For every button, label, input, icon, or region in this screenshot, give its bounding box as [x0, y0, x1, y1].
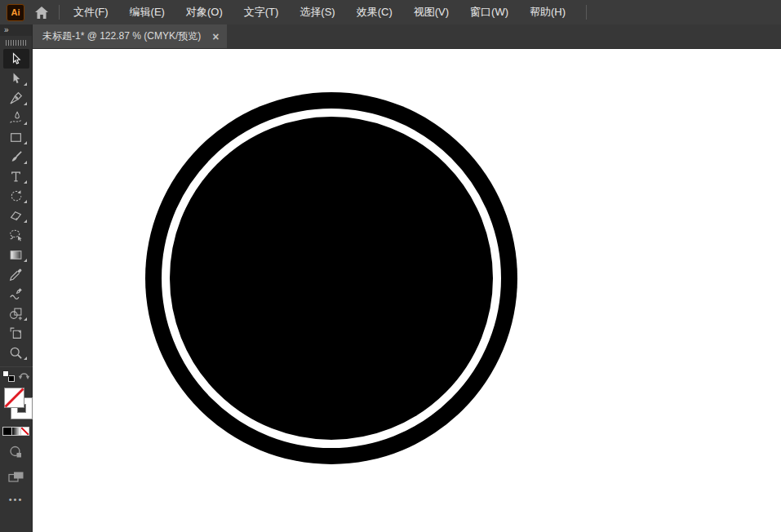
none-button[interactable]: [20, 427, 29, 436]
tools-panel: »: [0, 24, 33, 532]
menu-separator: [586, 5, 587, 20]
artboard-tool[interactable]: [3, 323, 29, 343]
rotate-tool[interactable]: [3, 186, 29, 206]
shape-builder-tool[interactable]: [3, 304, 29, 323]
drawing-modes-button[interactable]: [4, 444, 29, 460]
menu-window[interactable]: 窗口(W): [459, 0, 519, 24]
tool-list: [3, 49, 29, 362]
menu-select[interactable]: 选择(S): [289, 0, 345, 24]
menu-help[interactable]: 帮助(H): [519, 0, 576, 24]
document-tab[interactable]: 未标题-1* @ 122.87 % (CMYK/预览) ×: [33, 24, 227, 48]
menu-separator: [59, 5, 60, 20]
main-menu: 文件(F) 编辑(E) 对象(O) 文字(T) 选择(S) 效果(C) 视图(V…: [63, 0, 576, 24]
document-tab-bar: 未标题-1* @ 122.87 % (CMYK/预览) ×: [33, 24, 781, 49]
paintbrush-tool[interactable]: [3, 147, 29, 166]
lasso-tool[interactable]: [3, 225, 29, 245]
artwork-anchor-dot: [446, 135, 450, 140]
eraser-tool[interactable]: [3, 206, 29, 225]
default-fill-stroke-button[interactable]: [2, 370, 15, 382]
direct-selection-tool[interactable]: [3, 69, 29, 88]
main-area: 未标题-1* @ 122.87 % (CMYK/预览) ×: [33, 24, 781, 532]
panel-grip[interactable]: [6, 40, 27, 46]
toolbar-divider: [0, 366, 33, 367]
rectangle-tool[interactable]: [3, 127, 29, 147]
menu-file[interactable]: 文件(F): [63, 0, 119, 24]
menu-type[interactable]: 文字(T): [233, 0, 290, 24]
app-logo-icon[interactable]: Ai: [7, 4, 24, 21]
zoom-tool[interactable]: [3, 343, 29, 362]
pen-tool[interactable]: [3, 88, 29, 108]
edit-toolbar-icon[interactable]: •••: [9, 494, 24, 504]
close-icon[interactable]: ×: [212, 30, 219, 43]
artwork[interactable]: [33, 49, 780, 532]
shaper-tool[interactable]: [3, 284, 29, 304]
canvas[interactable]: [33, 49, 781, 532]
menu-object[interactable]: 对象(O): [175, 0, 233, 24]
curvature-tool[interactable]: [3, 108, 29, 127]
screen-mode-button[interactable]: [4, 468, 29, 485]
fill-swatch[interactable]: [4, 388, 24, 411]
gradient-button[interactable]: [11, 427, 20, 436]
illustrator-window: Ai 文件(F) 编辑(E) 对象(O) 文字(T) 选择(S) 效果(C) 视…: [0, 0, 781, 532]
color-button[interactable]: [2, 427, 11, 436]
menu-edit[interactable]: 编辑(E): [119, 0, 175, 24]
selection-tool[interactable]: [3, 49, 29, 69]
document-tab-title: 未标题-1* @ 122.87 % (CMYK/预览): [42, 29, 201, 43]
expand-panel-icon[interactable]: »: [0, 24, 32, 36]
home-icon[interactable]: [34, 6, 49, 20]
fill-stroke-indicator: [1, 388, 32, 420]
type-tool[interactable]: [3, 166, 29, 186]
eyedropper-tool[interactable]: [3, 264, 29, 284]
swap-fill-stroke-button[interactable]: [18, 369, 30, 383]
menu-bar: Ai 文件(F) 编辑(E) 对象(O) 文字(T) 选择(S) 效果(C) 视…: [0, 0, 781, 24]
menu-effect[interactable]: 效果(C): [346, 0, 403, 24]
artwork-outer-disc[interactable]: [145, 92, 517, 464]
color-type-buttons: [2, 427, 29, 436]
menu-view[interactable]: 视图(V): [403, 0, 459, 24]
gradient-tool[interactable]: [3, 245, 29, 264]
